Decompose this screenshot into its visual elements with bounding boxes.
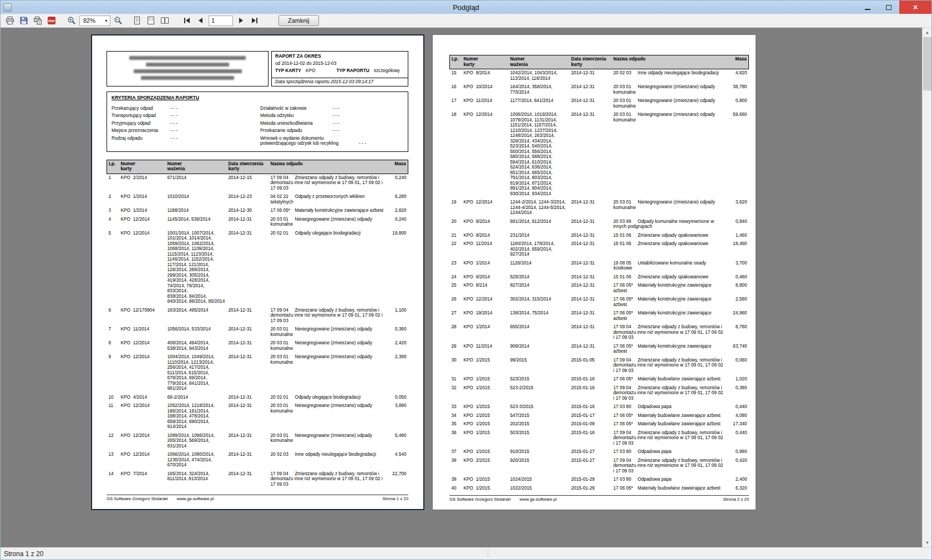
table-row: 24KPO 6/2014525/20142014-12-3115 01 06Zm…	[450, 273, 749, 282]
facing-pages-view-button[interactable]	[159, 15, 171, 26]
criteria-label: Transportujący odpad	[112, 113, 165, 119]
minimize-button[interactable]	[857, 1, 878, 14]
arrow-up-icon: ▲	[925, 30, 929, 34]
report-created-date: Data sporządzenia raportu 2015-12-03 09:…	[272, 78, 408, 86]
waste-code: 20 03 01	[271, 433, 295, 439]
creation-date-cell: 2014-12-31	[570, 198, 612, 218]
weighing-numbers-cell: 138/2014, 75/2014	[509, 309, 570, 323]
table-row: 21KPO 8/2014231/20142014-12-3115 01 06Zm…	[450, 232, 749, 241]
mass-cell: 0,440	[727, 429, 749, 449]
card-number-cell: KPO 12/2014	[119, 451, 166, 470]
waste-code: 15 01 06	[614, 233, 638, 238]
card-number-cell: KPO 1/2015	[462, 420, 509, 429]
next-page-button[interactable]	[235, 15, 247, 26]
floppy-disk-icon	[19, 16, 28, 25]
table-row: 8KPO 12/2014408/2014, 494/2014, 538/2014…	[107, 339, 408, 353]
zoom-in-button[interactable]	[65, 15, 78, 26]
report-types-row: TYP KARTY KPO TYP RAPORTU szczegółowy	[275, 68, 404, 74]
previous-page-button[interactable]	[195, 15, 207, 26]
criteria-row: Wniosek o wydanie dokumentu potwierdzają…	[260, 136, 403, 146]
waste-code: 17 03 80	[614, 449, 638, 455]
close-window-button[interactable]: ×	[899, 1, 931, 14]
mass-cell: 3,700	[727, 259, 749, 273]
creation-date-cell: 2014-12-31	[570, 111, 612, 198]
waste-name-cell: 17 09 04Zmieszane odpady z budowy, remon…	[612, 357, 727, 376]
criteria-label: Przekazujący odpad	[112, 106, 165, 111]
header-mass: Masa	[727, 55, 749, 69]
criteria-value: - - -	[170, 121, 178, 126]
report-header-section: RAPORT ZA OKRES od 2014-12-02 do 2015-12…	[107, 51, 408, 86]
header-mass: Masa	[386, 160, 408, 174]
page-footer: GS Software Grzegorz Stolarski www.gs-so…	[107, 495, 408, 502]
zoom-out-button[interactable]	[112, 15, 124, 26]
report-page-1[interactable]: RAPORT ZA OKRES od 2014-12-02 do 2015-12…	[91, 34, 424, 510]
weighing-numbers-cell: 523/2015	[509, 375, 570, 384]
row-number-cell: 40	[450, 485, 462, 493]
close-preview-button[interactable]: Zamknij	[278, 15, 319, 26]
waste-code: 20 02 01	[271, 395, 295, 400]
criteria-value: - - -	[170, 113, 178, 119]
creation-date-cell: 2014-12-31	[227, 394, 269, 403]
waste-name-cell: 17 06 05*Materiały budowlane zawierające…	[612, 412, 727, 421]
card-number-cell: KPO 1/2014	[462, 259, 509, 273]
waste-name-cell: 17 03 80Odpadowa papa	[612, 448, 727, 457]
creation-date-cell: 2014-12-31	[227, 470, 269, 490]
mass-cell: 2,400	[727, 476, 749, 485]
table-row: 30KPO 1/201599/20152015-01-0517 09 04Zmi…	[450, 357, 749, 376]
single-page-view-button[interactable]	[131, 15, 143, 26]
zoom-level-select[interactable]: 82% ▼	[79, 16, 110, 26]
creation-date-cell: 2015-01-16	[570, 429, 612, 449]
export-pdf-button[interactable]: PDF	[45, 15, 58, 26]
waste-code: 17 06 05*	[614, 376, 638, 382]
mass-cell: 0,840	[727, 218, 749, 232]
weighing-numbers-cell: 164/2014, 358/2014, 770/2014	[509, 83, 570, 97]
scroll-down-button[interactable]: ▼	[923, 538, 931, 547]
table-row: 25KPO 8/214827/20142014-12-3117 06 05*Ma…	[450, 282, 749, 296]
report-page-2[interactable]: Lp. Numer karty Numer ważenia Data stwor…	[432, 34, 756, 510]
criteria-row: Przyjmujący odpad- - -	[112, 121, 260, 126]
criteria-row: Metoda unieszkodliwiania- - -	[260, 121, 403, 126]
card-number-cell: KPO 12/2014	[119, 402, 166, 432]
print-button[interactable]	[4, 15, 16, 26]
waste-code: 17 03 80	[614, 477, 638, 482]
creation-date-cell: 2014-12-31	[570, 97, 612, 111]
weighing-numbers-cell: 908/2014	[509, 343, 570, 357]
criteria-value: - - -	[359, 141, 366, 146]
status-page-indicator: Strona 1 z 20	[1, 550, 43, 558]
print-setup-button[interactable]	[32, 15, 44, 26]
vertical-scrollbar[interactable]: ▲ ▼	[922, 28, 931, 547]
scroll-up-button[interactable]: ▲	[923, 28, 931, 37]
waste-code: 17 09 04	[614, 385, 638, 391]
creation-date-cell: 2014-12-31	[227, 402, 269, 432]
row-number-cell: 25	[450, 282, 462, 296]
page-number-input[interactable]	[209, 16, 233, 26]
waste-code: 17 09 04	[614, 458, 638, 464]
next-page-icon	[236, 16, 245, 25]
weighing-numbers-cell: 523-3/2015	[509, 403, 570, 412]
creation-date-cell: 2014-12-31	[570, 218, 612, 232]
mass-cell: 0,420	[727, 457, 749, 476]
magnifier-minus-icon	[114, 16, 123, 25]
row-number-cell: 35	[450, 420, 462, 429]
waste-table-page-1: Lp. Numer karty Numer ważenia Data stwor…	[107, 160, 408, 490]
weighing-numbers-cell: 231/2014	[509, 232, 570, 241]
card-number-cell: KPO 1/2015	[462, 485, 509, 493]
waste-name-cell: 17 06 05*Materiały budowlane zawierające…	[612, 420, 727, 429]
first-page-button[interactable]	[181, 15, 193, 26]
card-number-cell: KPO 1/2015	[462, 403, 509, 412]
creation-date-cell: 2014-12-31	[227, 451, 269, 470]
table-row: 4KPO 12/20141145/2014, 538/20142014-12-3…	[107, 216, 408, 230]
last-page-button[interactable]	[249, 15, 261, 26]
waste-code: 17 06 05*	[614, 421, 638, 427]
maximize-button[interactable]	[878, 1, 899, 14]
scrollbar-thumb[interactable]	[923, 37, 931, 90]
page-footer: GS Software Grzegorz Stolarski www.gs-so…	[449, 495, 749, 502]
creation-date-cell: 2014-12-31	[570, 83, 612, 97]
table-row: 5KPO 12/20141001/2014, 1007/2014, 101/20…	[107, 230, 408, 307]
card-number-cell: KPO 12/2014	[119, 230, 166, 307]
save-button[interactable]	[18, 15, 30, 26]
mass-cell: 38,780	[727, 83, 749, 97]
report-type-label: TYP RAPORTU	[336, 68, 369, 74]
redacted-line	[129, 56, 246, 60]
two-column-view-button[interactable]	[145, 15, 157, 26]
